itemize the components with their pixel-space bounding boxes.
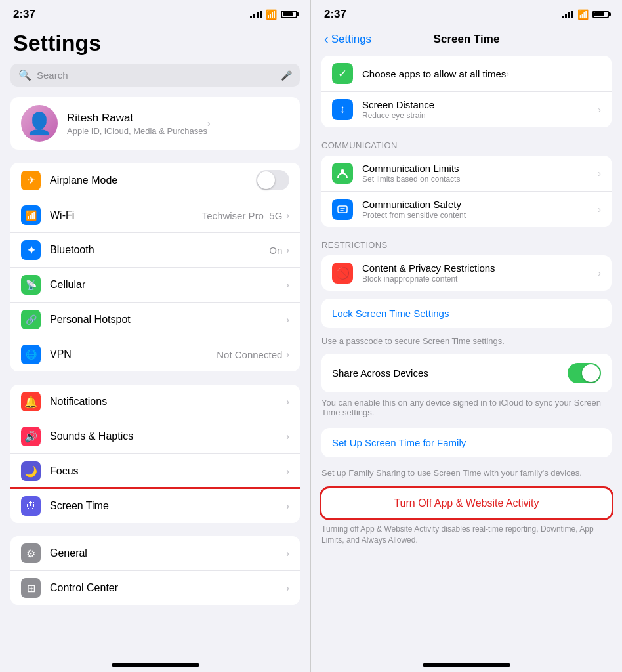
always-allowed-chevron: › [506,68,509,79]
vpn-label: VPN [50,348,217,360]
bluetooth-item[interactable]: ✦ Bluetooth On › [10,233,300,268]
profile-name: Ritesh Rawat [67,112,207,125]
home-indicator-right [423,663,510,667]
avatar: 👤 [21,105,58,142]
content-privacy-icon: 🚫 [332,262,353,284]
focus-chevron: › [286,466,289,476]
back-label: Settings [331,33,371,46]
comm-safety-icon [332,199,353,220]
communication-section-label: COMMUNICATION [311,135,622,153]
general-icon: ⚙ [21,543,41,563]
control-center-chevron: › [286,583,289,593]
cellular-label: Cellular [50,279,286,291]
content-privacy-label: Content & Privacy Restrictions [362,262,598,274]
vpn-value: Not Connected [217,349,282,360]
screentime-label: Screen Time [50,500,286,512]
sounds-item[interactable]: 🔊 Sounds & Haptics › [10,419,300,454]
hotspot-chevron: › [286,314,289,325]
status-bar-left: 2:37 📶 [0,0,310,25]
vpn-chevron: › [286,349,289,360]
share-devices-toggle[interactable] [568,363,601,383]
control-center-item[interactable]: ⊞ Control Center › [10,571,300,605]
notifications-chevron: › [286,396,289,407]
hotspot-item[interactable]: 🔗 Personal Hotspot › [10,303,300,337]
search-icon: 🔍 [18,69,31,81]
content-privacy-item[interactable]: 🚫 Content & Privacy Restrictions Block i… [321,255,612,291]
screentime-item[interactable]: ⏱ Screen Time › [10,489,300,523]
screen-distance-chevron: › [598,104,601,115]
screentime-icon: ⏱ [21,496,41,516]
always-allowed-top-item[interactable]: ✓ Choose apps to allow at all times › [321,56,612,92]
comm-limits-chevron: › [598,168,601,178]
bluetooth-label: Bluetooth [50,244,269,256]
comm-limits-icon [332,163,353,184]
comm-safety-item[interactable]: Communication Safety Protect from sensit… [321,192,612,227]
family-link[interactable]: Set Up Screen Time for Family [321,428,612,457]
screen-distance-item[interactable]: ↕ Screen Distance Reduce eye strain › [321,92,612,127]
cellular-item[interactable]: 📡 Cellular › [10,268,300,303]
status-icons-left: 📶 [250,9,297,20]
focus-item[interactable]: 🌙 Focus › [10,454,300,489]
restrictions-group: 🚫 Content & Privacy Restrictions Block i… [321,255,612,291]
vpn-icon: 🌐 [21,345,41,364]
comm-safety-chevron: › [598,204,601,215]
general-chevron: › [286,548,289,558]
notifications-label: Notifications [50,396,286,408]
content-privacy-chevron: › [598,268,601,278]
turnoff-button[interactable]: Turn Off App & Website Activity [321,488,612,518]
cellular-icon: 📡 [21,275,41,295]
airplane-label: Airplane Mode [50,175,256,186]
time-right: 2:37 [324,8,346,21]
family-desc: Set up Family Sharing to use Screen Time… [311,465,622,486]
screen-time-title: Screen Time [434,33,500,46]
sounds-icon: 🔊 [21,427,41,446]
always-allowed-icon: ✓ [332,63,353,84]
share-devices-item[interactable]: Share Across Devices [321,354,612,392]
status-bar-right: 2:37 📶 [311,0,622,25]
share-devices-desc: You can enable this on any device signed… [311,395,622,425]
screen-distance-label: Screen Distance [362,99,598,110]
general-group: ⚙ General › ⊞ Control Center › [10,536,300,605]
screen-distance-icon: ↕ [332,99,353,120]
notifications-icon: 🔔 [21,392,41,411]
profile-subtitle: Apple ID, iCloud, Media & Purchases [67,126,207,136]
wifi-item[interactable]: 📶 Wi-Fi Techwiser Pro_5G › [10,198,300,233]
profile-item[interactable]: 👤 Ritesh Rawat Apple ID, iCloud, Media &… [10,97,300,150]
always-allowed-group: ✓ Choose apps to allow at all times › ↕ … [321,56,612,127]
lock-settings-link[interactable]: Lock Screen Time Settings [321,299,612,328]
comm-safety-sub: Protect from sensitive content [362,211,598,220]
airplane-toggle[interactable] [256,170,289,190]
battery-right-icon [592,10,609,18]
wifi-value: Techwiser Pro_5G [202,210,283,221]
comm-safety-label: Communication Safety [362,199,598,210]
back-chevron-icon: ‹ [324,32,329,47]
vpn-item[interactable]: 🌐 VPN Not Connected › [10,337,300,371]
lock-settings-group: Lock Screen Time Settings [321,299,612,328]
wifi-label: Wi-Fi [50,209,202,221]
wifi-icon: 📶 [266,9,277,20]
turnoff-desc: Turning off App & Website Activity disab… [311,521,622,551]
comm-limits-item[interactable]: Communication Limits Set limits based on… [321,156,612,192]
hotspot-icon: 🔗 [21,310,41,329]
status-icons-right: 📶 [562,9,609,20]
communication-group: Communication Limits Set limits based on… [321,156,612,227]
general-item[interactable]: ⚙ General › [10,536,300,571]
bluetooth-value: On [269,245,282,256]
search-input[interactable]: Search [37,70,276,81]
left-panel: 2:37 📶 Settings 🔍 Search 🎤 👤 [0,0,311,672]
general-label: General [50,547,286,559]
hotspot-label: Personal Hotspot [50,314,286,326]
signal-right-icon [562,10,573,18]
profile-group: 👤 Ritesh Rawat Apple ID, iCloud, Media &… [10,97,300,150]
back-button[interactable]: ‹ Settings [324,32,371,47]
signal-icon [250,10,262,18]
app-group: 🔔 Notifications › 🔊 Sounds & Haptics › 🌙… [10,385,300,523]
airplane-mode-item[interactable]: ✈ Airplane Mode [10,163,300,198]
wifi-chevron: › [286,210,289,220]
control-center-label: Control Center [50,582,286,594]
search-bar[interactable]: 🔍 Search 🎤 [10,64,300,87]
battery-icon [281,10,297,18]
network-group: ✈ Airplane Mode 📶 Wi-Fi Techwiser Pro_5G… [10,163,300,371]
notifications-item[interactable]: 🔔 Notifications › [10,385,300,419]
screentime-chevron: › [286,501,289,511]
